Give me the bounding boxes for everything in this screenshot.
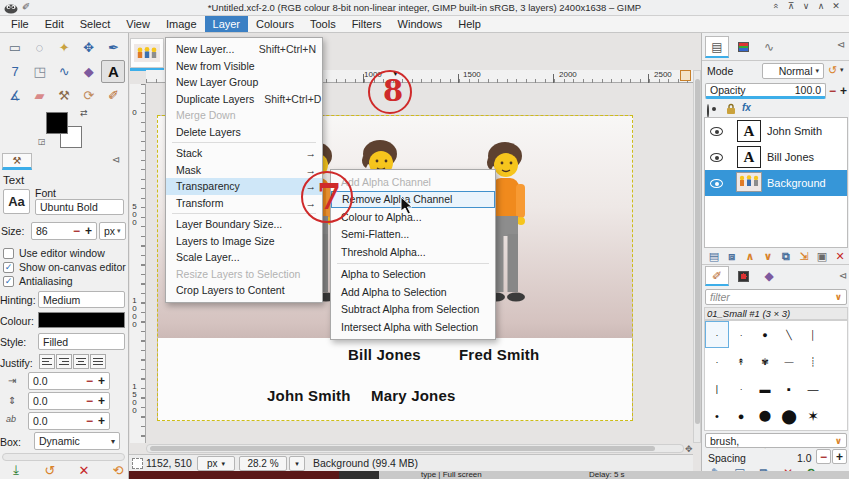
menu-select[interactable]: Select (72, 16, 119, 32)
lock-pixels-eye-icon[interactable] (707, 104, 709, 118)
submenu-item-intersect-alpha-with-selection[interactable]: Intersect Alpha with Selection (331, 318, 495, 336)
style-dropdown[interactable]: Filled (38, 333, 125, 350)
tab-layers[interactable]: ▤ (705, 36, 729, 58)
layer-visibility-eye-icon[interactable] (710, 127, 723, 136)
menu-view[interactable]: View (118, 16, 158, 32)
size-decrease-button[interactable]: − (73, 224, 80, 238)
opacity-increase-button[interactable]: + (840, 84, 847, 98)
indent-increase-button[interactable]: + (98, 374, 105, 388)
submenu-item-semi-flatten-[interactable]: Semi-Flatten... (331, 226, 495, 244)
canvas-vertical-scrollbar-thumb[interactable] (695, 79, 700, 424)
justify-left-button[interactable] (39, 354, 55, 369)
font-size-field[interactable]: 86 − + (31, 222, 97, 240)
lower-layer-button[interactable]: ∨ (760, 249, 776, 263)
maximize-button[interactable]: ∧ (814, 1, 828, 11)
image-tab[interactable] (130, 38, 164, 68)
gradient-tool[interactable]: ◆ (77, 60, 101, 83)
zoom-field[interactable]: 28.2 % (239, 456, 287, 471)
opacity-decrease-button[interactable]: − (829, 84, 836, 98)
close-button[interactable]: ✕ (829, 1, 843, 11)
delete-tool-preset[interactable]: ✕ (76, 463, 92, 477)
menu-item-new-from-visible[interactable]: New from Visible (166, 58, 322, 75)
lock-icon[interactable] (726, 103, 736, 115)
submenu-item-alpha-to-selection[interactable]: Alpha to Selection (331, 266, 495, 284)
brush-filter-input[interactable]: filter ∨ (705, 289, 847, 305)
menu-item-new-layer-[interactable]: New Layer...Shift+Ctrl+N (166, 41, 322, 58)
layer-visibility-eye-icon[interactable] (710, 153, 723, 162)
minimize-button[interactable]: ∨ (799, 1, 813, 11)
line-spacing-decrease-button[interactable]: − (86, 394, 93, 408)
save-tool-preset[interactable]: ⤓ (8, 463, 24, 477)
fuzzy-select-tool[interactable]: ✦ (52, 36, 76, 59)
paintbrush-tool[interactable]: ✐ (101, 84, 125, 107)
unit-dropdown[interactable]: px▾ (197, 456, 235, 471)
brush-cell[interactable]: ⬤ (777, 402, 801, 429)
menu-edit[interactable]: Edit (37, 16, 72, 32)
letter-spacing-field[interactable]: 0.0 −+ (28, 412, 110, 430)
layer-row-bill-jones[interactable]: ABill Jones (705, 144, 847, 170)
font-picker-button[interactable]: Aa (3, 189, 30, 214)
menu-item-layers-to-image-size[interactable]: Layers to Image Size (166, 233, 322, 250)
tool-options-scrollbar[interactable] (2, 453, 125, 461)
brush-cell[interactable]: ▪ (777, 375, 801, 402)
brush-cell[interactable]: ✶ (801, 402, 825, 429)
indent-decrease-button[interactable]: − (86, 374, 93, 388)
brush-cell[interactable]: ∙ (729, 321, 753, 348)
menu-colours[interactable]: Colours (248, 16, 302, 32)
menu-item-layer-boundary-size-[interactable]: Layer Boundary Size... (166, 216, 322, 233)
foreground-color-swatch[interactable] (46, 112, 68, 134)
checkbox-show-on-canvas-editor[interactable]: ✓Show on-canvas editor (3, 261, 126, 273)
brush-cell[interactable]: ▬ (753, 375, 777, 402)
clone-tool[interactable]: ⚒ (52, 84, 76, 107)
free-select-tool[interactable]: ◌ (28, 36, 52, 59)
brush-cell[interactable]: ● (729, 402, 753, 429)
menu-item-mask[interactable]: Mask→ (166, 162, 322, 179)
submenu-item-threshold-alpha-[interactable]: Threshold Alpha... (331, 243, 495, 261)
restore-tool-preset[interactable]: ↺ (42, 463, 58, 477)
layer-row-background[interactable]: Background (705, 170, 847, 196)
mode-switch-icon[interactable]: ↺ (828, 64, 837, 77)
mode-switch-chevron[interactable]: ▾ (840, 66, 844, 74)
canvas-horizontal-scrollbar[interactable] (146, 444, 684, 453)
brush-cell[interactable]: ┊ (801, 348, 825, 375)
brush-cell[interactable]: ╲ (777, 321, 801, 348)
brush-cell[interactable]: ● (753, 321, 777, 348)
brush-cell[interactable]: · (705, 348, 729, 375)
brush-cell[interactable]: · (705, 321, 729, 348)
submenu-item-subtract-alpha-from-selection[interactable]: Subtract Alpha from Selection (331, 301, 495, 319)
letter-spacing-decrease-button[interactable]: − (86, 414, 93, 428)
mode-dropdown[interactable]: Normal▾ (762, 63, 824, 79)
raise-layer-button[interactable]: ∧ (742, 249, 758, 263)
size-increase-button[interactable]: + (85, 224, 92, 238)
toolbox-tab-menu-icon[interactable]: ⊲ (112, 154, 120, 165)
smudge-tool[interactable]: ⟳ (77, 84, 101, 107)
text-tool[interactable]: A (101, 60, 125, 83)
tab-gradients[interactable]: ◆ (757, 266, 781, 286)
menu-tools[interactable]: Tools (302, 16, 344, 32)
font-name-field[interactable]: Ubuntu Bold (35, 199, 124, 215)
paths-tool[interactable]: ✒ (101, 36, 125, 59)
menu-item-transparency[interactable]: Transparency→ (166, 178, 322, 195)
brush-cell[interactable]: ↟ (729, 348, 753, 375)
zoom-dropdown-button[interactable]: ▾ (289, 456, 305, 471)
menu-help[interactable]: Help (450, 16, 489, 32)
merge-down-button[interactable]: ⇲ (796, 249, 812, 263)
justify-right-button[interactable] (56, 354, 72, 369)
spacing-increase-button[interactable]: + (832, 449, 847, 464)
tab-paths[interactable]: ∿ (757, 36, 781, 58)
menu-image[interactable]: Image (158, 16, 205, 32)
layer-row-john-smith[interactable]: AJohn Smith (705, 118, 847, 144)
justify-fill-button[interactable] (90, 354, 106, 369)
hinting-dropdown[interactable]: Medium (38, 291, 125, 308)
menu-filters[interactable]: Filters (344, 16, 390, 32)
checkbox-use-editor-window[interactable]: Use editor window (3, 247, 105, 259)
letter-spacing-increase-button[interactable]: + (98, 414, 105, 428)
measure-tool[interactable]: ∡ (3, 84, 27, 107)
warp-tool[interactable]: ∿ (52, 60, 76, 83)
add-mask-button[interactable]: ▣ (814, 249, 830, 263)
indent-field[interactable]: 0.0 −+ (28, 372, 110, 390)
zoom-follow-window-button[interactable] (680, 70, 691, 81)
navigation-button[interactable]: ✥ (685, 444, 693, 454)
layer-visibility-eye-icon[interactable] (710, 179, 723, 188)
quick-mask-toggle[interactable] (132, 458, 143, 469)
